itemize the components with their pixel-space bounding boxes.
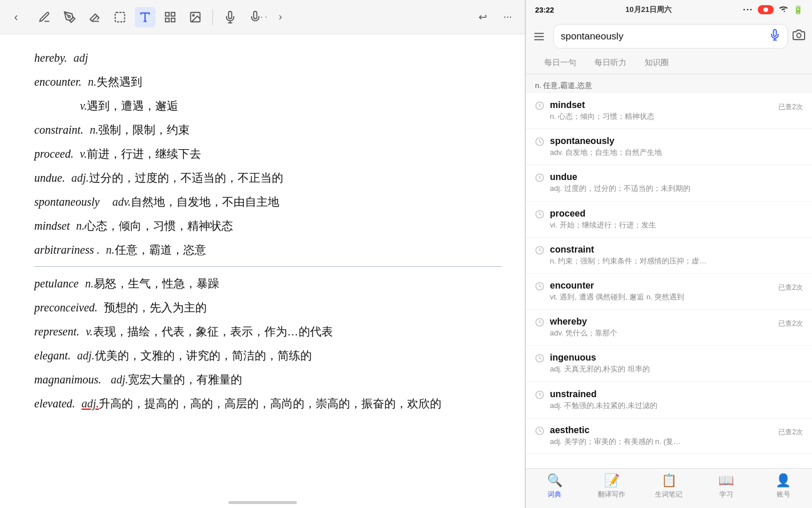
word-info: whereby adv. 凭什么；靠那个 — [550, 317, 773, 338]
word-title: aesthetic — [550, 425, 773, 435]
pos-elegant: adj. — [77, 349, 95, 362]
word-elegant: elegant. — [34, 349, 71, 362]
doc-divider — [34, 266, 502, 267]
nav-icon-4: 👤 — [775, 473, 791, 488]
wifi-icon — [778, 5, 789, 15]
highlight-icon[interactable] — [59, 7, 80, 27]
clock-icon — [535, 210, 544, 221]
select-icon[interactable] — [160, 7, 180, 27]
pos-petulance: n. — [85, 277, 94, 290]
image-insert-icon[interactable] — [185, 7, 206, 27]
undo-button[interactable]: ↩ — [472, 7, 493, 27]
line-spontaneously: spontaneously adv.自然地，自发地，不由自主地 — [34, 190, 502, 214]
search-input[interactable] — [561, 31, 765, 42]
zh-represent: 表现，描绘，代表，象征，表示，作为…的代表 — [93, 325, 333, 338]
toolbar: ‹ ··· — [0, 0, 525, 34]
pos-elevated: adj. — [82, 397, 99, 410]
eraser-icon[interactable] — [85, 7, 105, 27]
forward-icon[interactable]: › — [270, 7, 291, 27]
nav-item-账号[interactable]: 👤 账号 — [766, 473, 801, 499]
tab-knowledge[interactable]: 知识圈 — [636, 53, 678, 74]
word-def: n. 约束；强制；约束条件；对感情的压抑；虚… — [550, 256, 803, 266]
word-list-item[interactable]: ingenuous adj. 天真无邪的,朴实的 坦率的 — [526, 346, 812, 382]
word-title: spontaneously — [550, 136, 803, 146]
nav-icon-2: 📋 — [661, 473, 677, 488]
pos-undue: adj. — [71, 171, 89, 184]
word-badge: 已查2次 — [778, 283, 803, 293]
nav-item-生词笔记[interactable]: 📋 生词笔记 — [652, 473, 686, 499]
zh-constraint: 强制，限制，约束 — [98, 123, 190, 136]
nav-label-2: 生词笔记 — [655, 490, 682, 499]
word-proceed: proceed. — [34, 147, 74, 160]
battery-icon: 🔋 — [793, 5, 803, 14]
word-def: adv. 凭什么；靠那个 — [550, 328, 773, 338]
word-def: vi. 开始；继续进行；行进；发生 — [550, 220, 803, 230]
line-hereby: hereby. adj — [34, 46, 502, 70]
line-magnanimous: magnanimous. adj.宽宏大量的，有雅量的 — [34, 367, 502, 391]
word-list-item[interactable]: mindset n. 心态；倾向；习惯；精神状态 已查2次 — [526, 93, 812, 129]
zh-encounter: 失然遇到 — [97, 75, 142, 88]
word-constraint: constraint. — [34, 123, 83, 136]
daily-desc: n. 任意,霸道,恣意 — [535, 81, 592, 90]
word-info: constraint n. 约束；强制；约束条件；对感情的压抑；虚… — [550, 245, 803, 266]
word-elevated: elevated. — [34, 397, 75, 410]
word-list-item[interactable]: whereby adv. 凭什么；靠那个 已查2次 — [526, 310, 812, 346]
word-arbitrariness: arbitrariness . — [34, 243, 99, 256]
pos-arbitrariness: n. — [106, 243, 115, 256]
audio-icon[interactable] — [220, 7, 240, 27]
camera-icon[interactable] — [793, 29, 805, 44]
nav-item-学习[interactable]: 📖 学习 — [709, 473, 743, 499]
word-badge: 已查2次 — [778, 319, 803, 329]
word-list-item[interactable]: unstrained adj. 不勉强的,未拉紧的,未过滤的 — [526, 382, 812, 418]
nav-label-0: 词典 — [548, 490, 561, 499]
word-list-item[interactable]: undue adj. 过度的，过分的；不适当的；未到期的 — [526, 165, 812, 201]
word-list-item[interactable]: constraint n. 约束；强制；约束条件；对感情的压抑；虚… — [526, 238, 812, 274]
word-list-item[interactable]: spontaneously adv. 自发地；自生地；自然产生地 — [526, 129, 812, 165]
clock-icon — [535, 390, 544, 402]
home-indicator — [0, 497, 525, 508]
word-title: proceed — [550, 209, 803, 219]
clock-icon — [535, 426, 544, 438]
word-list-item[interactable]: encounter vt. 遇到, 遭遇 偶然碰到, 邂逅 n. 突然遇到 已查… — [526, 274, 812, 310]
word-def: adj. 天真无邪的,朴实的 坦率的 — [550, 364, 803, 374]
zh-elegant: 优美的，文雅的，讲究的，简洁的，简练的 — [95, 349, 312, 362]
word-spontaneously: spontaneously — [34, 195, 99, 208]
text-icon[interactable] — [135, 7, 155, 27]
line-preconceived: preconceived. 预想的，先入为主的 — [34, 295, 502, 319]
zh-magnanimous: 宽宏大量的，有雅量的 — [128, 373, 242, 386]
word-def: n. 心态；倾向；习惯；精神状态 — [550, 111, 773, 122]
nav-item-翻译写作[interactable]: 📝 翻译写作 — [594, 473, 629, 499]
pos-encounter: n. — [88, 75, 97, 88]
zh-preconceived: 预想的，先入为主的 — [104, 301, 207, 314]
mic-blue-icon[interactable] — [769, 29, 781, 43]
svg-point-0 — [68, 15, 70, 18]
word-info: aesthetic adj. 美学的；审美的；有美感的 n. (复… — [550, 425, 773, 447]
word-list-item[interactable]: aesthetic adj. 美学的；审美的；有美感的 n. (复… 已查2次 — [526, 418, 812, 454]
pos-spontaneously: adv. — [112, 195, 131, 208]
word-hereby: hereby. — [34, 51, 67, 64]
nav-item-词典[interactable]: 🔍 词典 — [537, 473, 572, 499]
word-title: constraint — [550, 245, 803, 255]
word-list-item[interactable]: proceed vi. 开始；继续进行；行进；发生 — [526, 202, 812, 238]
word-undue: undue. — [34, 171, 65, 184]
word-def: adj. 不勉强的,未拉紧的,未过滤的 — [550, 401, 803, 411]
word-info: encounter vt. 遇到, 遭遇 偶然碰到, 邂逅 n. 突然遇到 — [550, 281, 773, 302]
pos-mindset: n. — [76, 219, 85, 232]
tab-daily-listening[interactable]: 每日听力 — [585, 53, 636, 74]
tab-daily-sentence[interactable]: 每日一句 — [535, 53, 585, 74]
nav-label-1: 翻译写作 — [598, 490, 625, 499]
menu-button[interactable] — [533, 30, 549, 43]
word-info: spontaneously adv. 自发地；自生地；自然产生地 — [550, 136, 803, 158]
lasso-icon[interactable] — [110, 7, 130, 27]
word-list: mindset n. 心态；倾向；习惯；精神状态 已查2次 spontaneou… — [526, 93, 812, 468]
pencil-icon[interactable] — [34, 7, 55, 27]
clock-icon — [535, 318, 544, 329]
zh-undue: 过分的，过度的，不适当的，不正当的 — [89, 171, 283, 184]
toolbar-dots: ··· — [255, 11, 269, 23]
search-bar — [526, 19, 812, 53]
line-elevated: elevated. adj.升高的，提高的，高的，高层的，高尚的，崇高的，振奋的… — [34, 391, 502, 415]
more-button[interactable]: ··· — [497, 7, 518, 27]
right-panel: 23:22 10月21日周六 ··· 🔋 — [525, 0, 812, 508]
status-bar: 23:22 10月21日周六 ··· 🔋 — [526, 0, 812, 19]
back-button[interactable]: ‹ — [7, 8, 25, 26]
